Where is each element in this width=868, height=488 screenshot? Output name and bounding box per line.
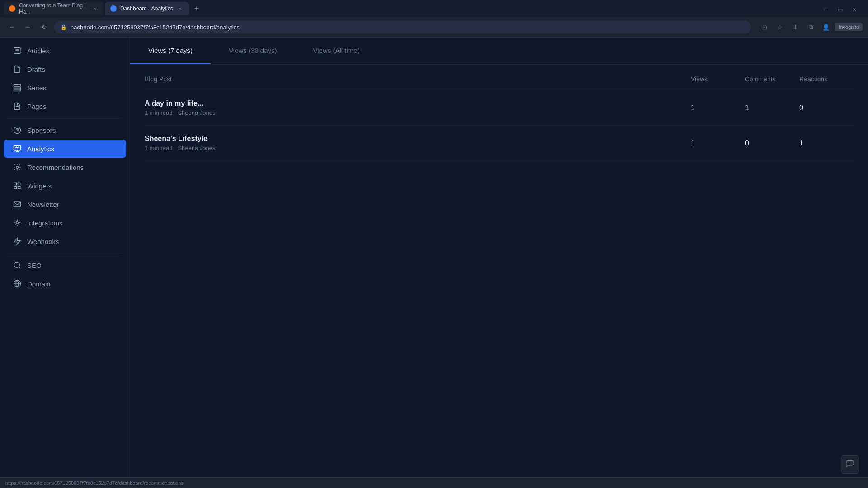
row1-comments: 1 [745,104,799,112]
analytics-table: Blog Post Views Comments Reactions A day… [145,75,854,161]
chat-widget[interactable] [841,455,859,474]
sidebar-label-pages: Pages [27,103,47,110]
minimize-button[interactable]: ─ [819,4,832,16]
analytics-container: Blog Post Views Comments Reactions A day… [130,65,868,172]
new-tab-button[interactable]: + [190,2,203,15]
header-views: Views [691,75,745,83]
maximize-button[interactable]: ▭ [834,4,846,16]
views-tabs: Views (7 days) Views (30 days) Views (Al… [130,38,868,65]
row1-author: Sheena Jones [178,109,215,116]
seo-icon [13,261,22,270]
header-comments: Comments [745,75,799,83]
sidebar-label-recommendations: Recommendations [27,164,84,171]
tab-2-close[interactable]: ✕ [177,5,183,12]
svg-rect-15 [18,183,20,185]
sidebar-item-articles[interactable]: Articles [4,42,126,60]
row2-views: 1 [691,139,745,147]
header-blog-post: Blog Post [145,75,691,83]
sidebar-label-analytics: Analytics [27,145,54,153]
svg-point-20 [14,262,19,267]
sponsors-icon [13,126,22,135]
sidebar-item-seo[interactable]: SEO [4,256,126,274]
status-url: https://hashnode.com/6571258037f7fa8c152… [5,480,184,486]
integrations-icon [13,218,22,227]
pages-icon [13,102,22,111]
webhooks-icon [13,237,22,246]
download-button[interactable]: ⬇ [789,21,802,33]
table-row: Sheena's Lifestyle 1 min read Sheena Jon… [145,126,854,161]
address-bar-row: ← → ↻ 🔒 hashnode.com/6571258037f7fa8c152… [0,17,868,37]
incognito-badge: Incognito [835,23,863,31]
tab-views-alltime[interactable]: Views (All time) [295,38,378,64]
tab-2[interactable]: Dashboard - Analytics ✕ [105,2,189,15]
sidebar-item-newsletter[interactable]: Newsletter [4,195,126,213]
row2-title[interactable]: Sheena's Lifestyle [145,135,691,143]
tab-1-favicon [9,5,15,12]
sidebar-item-series[interactable]: Series [4,79,126,97]
browser-actions: ⊡ ☆ ⬇ ⧉ 👤 Incognito [758,21,863,33]
sidebar-divider-1 [7,118,123,118]
star-button[interactable]: ☆ [774,21,786,33]
header-reactions: Reactions [799,75,854,83]
refresh-button[interactable]: ↻ [38,21,51,33]
sidebar-item-integrations[interactable]: Integrations [4,214,126,232]
tab-bar: Converting to a Team Blog | Ha... ✕ Dash… [0,0,868,17]
browser-chrome: Converting to a Team Blog | Ha... ✕ Dash… [0,0,868,38]
newsletter-icon [13,200,22,209]
domain-icon [13,279,22,288]
close-button[interactable]: ✕ [848,4,861,16]
row2-comments: 0 [745,139,799,147]
analytics-icon [13,144,22,153]
tab-1[interactable]: Converting to a Team Blog | Ha... ✕ [4,2,103,15]
svg-rect-4 [14,84,21,86]
row2-author: Sheena Jones [178,145,215,151]
back-button[interactable]: ← [5,21,18,33]
sidebar-label-series: Series [27,84,47,92]
row1-title[interactable]: A day in my life... [145,99,691,108]
sidebar-label-domain: Domain [27,280,51,288]
sidebar-item-domain[interactable]: Domain [4,275,126,293]
recommendations-icon [13,163,22,172]
svg-marker-19 [14,238,20,245]
svg-rect-17 [18,187,20,189]
table-row: A day in my life... 1 min read Sheena Jo… [145,90,854,126]
tab-2-title: Dashboard - Analytics [120,5,173,12]
sidebar-label-integrations: Integrations [27,219,62,227]
profile-button[interactable]: 👤 [820,21,832,33]
forward-button[interactable]: → [22,21,34,33]
sidebar-item-recommendations[interactable]: Recommendations [4,158,126,176]
main-content: Views (7 days) Views (30 days) Views (Al… [130,38,868,488]
window-controls: ─ ▭ ✕ [819,4,861,16]
row1-read-time: 1 min read [145,109,172,116]
svg-point-18 [16,222,19,224]
sidebar-label-seo: SEO [27,262,42,269]
app-layout: Articles Drafts Series Pages [0,38,868,488]
tab-views-7days[interactable]: Views (7 days) [130,38,211,64]
row2-reactions: 1 [799,139,854,147]
svg-point-13 [16,166,19,169]
chat-icon [846,460,854,470]
row1-post-info: A day in my life... 1 min read Sheena Jo… [145,99,691,116]
extensions-button[interactable]: ⧉ [804,21,817,33]
sidebar-item-pages[interactable]: Pages [4,97,126,115]
sidebar-item-drafts[interactable]: Drafts [4,60,126,78]
cast-button[interactable]: ⊡ [758,21,771,33]
widgets-icon [13,181,22,190]
row1-reactions: 0 [799,104,854,112]
address-bar[interactable]: 🔒 hashnode.com/6571258037f7fa8c152d7d7e/… [54,20,751,34]
svg-rect-14 [14,183,16,185]
sidebar-item-analytics[interactable]: Analytics [4,140,126,158]
tab-views-30days[interactable]: Views (30 days) [211,38,295,64]
row2-meta: 1 min read Sheena Jones [145,145,691,151]
tab-1-close[interactable]: ✕ [92,5,98,12]
sidebar-item-webhooks[interactable]: Webhooks [4,232,126,250]
sidebar-divider-2 [7,253,123,253]
sidebar-label-widgets: Widgets [27,182,52,190]
row2-post-info: Sheena's Lifestyle 1 min read Sheena Jon… [145,135,691,151]
sidebar-item-sponsors[interactable]: Sponsors [4,121,126,139]
tab-2-favicon [110,5,117,12]
sidebar-item-widgets[interactable]: Widgets [4,177,126,195]
sidebar-label-newsletter: Newsletter [27,201,59,208]
url-text: hashnode.com/6571258037f7fa8c152d7d7e/da… [71,24,240,31]
sidebar-label-sponsors: Sponsors [27,127,56,134]
